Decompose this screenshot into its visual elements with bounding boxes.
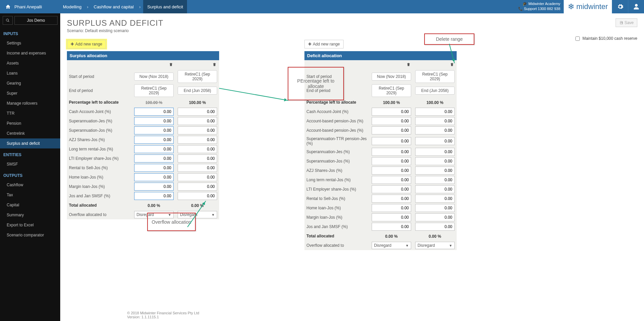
allocation-input[interactable] <box>134 145 174 153</box>
chevron-down-icon: ▼ <box>405 244 409 247</box>
sidebar-item[interactable]: Export to Excel <box>0 220 60 230</box>
allocation-input[interactable] <box>372 148 411 156</box>
allocation-input[interactable] <box>178 145 217 153</box>
allocation-input[interactable] <box>178 117 217 125</box>
allocation-input[interactable] <box>415 204 455 212</box>
sidebar-item[interactable]: Tax <box>0 190 60 200</box>
academy-link[interactable]: Midwinter Academy <box>528 2 560 6</box>
sidebar-item[interactable]: Manage rollovers <box>0 98 60 108</box>
profile-button[interactable] <box>628 0 644 13</box>
table-row: AZJ Shares-Jos (%) <box>304 166 457 175</box>
allocation-input[interactable] <box>415 157 455 165</box>
delete-column[interactable] <box>169 63 173 68</box>
sidebar-item[interactable]: Loans <box>0 68 60 78</box>
maintain-checkbox[interactable] <box>575 36 580 41</box>
allocation-input[interactable] <box>372 223 411 231</box>
allocation-input[interactable] <box>178 126 217 134</box>
allocation-input[interactable] <box>372 157 411 165</box>
period-start[interactable]: RetireC1 (Sep 2029) <box>415 70 455 83</box>
allocation-input[interactable] <box>415 126 455 134</box>
delete-column[interactable] <box>406 63 410 68</box>
allocation-input[interactable] <box>134 164 174 172</box>
topbar: Phani Anepalli Modelling › Cashflow and … <box>0 0 644 13</box>
allocation-input[interactable] <box>415 195 455 203</box>
crumb-modelling[interactable]: Modelling <box>60 4 84 9</box>
sidebar-item[interactable]: Income and expenses <box>0 48 60 58</box>
pct-left: 100.00 % <box>427 100 444 105</box>
sidebar-item[interactable]: Assets <box>0 58 60 68</box>
allocation-input[interactable] <box>134 108 174 116</box>
allocation-input[interactable] <box>134 154 174 163</box>
sidebar-item[interactable]: Settings <box>0 38 60 48</box>
allocation-input[interactable] <box>415 213 455 221</box>
allocation-input[interactable] <box>134 117 174 125</box>
period-end[interactable]: End (Jun 2058) <box>415 87 455 95</box>
allocation-input[interactable] <box>134 173 174 181</box>
overflow-select[interactable]: Disregard▼ <box>415 242 455 249</box>
crumb-surplus[interactable]: Surplus and deficit <box>143 0 187 13</box>
settings-button[interactable] <box>612 0 628 13</box>
allocation-input[interactable] <box>415 108 455 116</box>
allocation-input[interactable] <box>372 126 411 134</box>
allocation-input[interactable] <box>372 185 411 193</box>
allocation-input[interactable] <box>178 173 217 181</box>
allocation-input[interactable] <box>178 136 217 144</box>
maintain-reserve[interactable]: Maintain $10,000 cash reserve <box>575 36 637 41</box>
allocation-input[interactable] <box>372 204 411 212</box>
allocation-input[interactable] <box>415 148 455 156</box>
allocation-input[interactable] <box>372 167 411 175</box>
sidebar-item[interactable]: Centrelink <box>0 128 60 138</box>
allocation-input[interactable] <box>134 136 174 144</box>
period-start[interactable]: Now (Nov 2018) <box>372 73 411 81</box>
user-name: Phani Anepalli <box>14 4 42 9</box>
sidebar-item[interactable]: Super <box>0 88 60 98</box>
sidebar-item[interactable]: TTR <box>0 108 60 118</box>
period-end[interactable]: End (Jun 2058) <box>178 87 217 95</box>
period-end[interactable]: RetireC1 (Sep 2029) <box>372 84 411 97</box>
save-button[interactable]: Save <box>616 18 637 27</box>
delete-column[interactable] <box>212 63 216 68</box>
allocation-input[interactable] <box>178 183 217 191</box>
allocation-input[interactable] <box>134 126 174 134</box>
allocation-input[interactable] <box>134 183 174 191</box>
allocation-input[interactable] <box>415 167 455 175</box>
crumb-cashflow[interactable]: Cashflow and capital <box>91 4 136 9</box>
search-button[interactable] <box>3 16 13 25</box>
allocation-input[interactable] <box>372 108 411 116</box>
allocation-input[interactable] <box>372 137 411 145</box>
user-home[interactable]: Phani Anepalli <box>0 0 60 13</box>
allocation-input[interactable] <box>415 223 455 231</box>
sidebar-item[interactable]: Scenario comparator <box>0 230 60 240</box>
allocation-input[interactable] <box>134 192 174 200</box>
support-info: 🎓 Midwinter Academy 📞 Support 1300 882 9… <box>515 0 564 13</box>
allocation-input[interactable] <box>178 108 217 116</box>
sidebar-item[interactable]: Summary <box>0 210 60 220</box>
allocation-input[interactable] <box>372 213 411 221</box>
sidebar-item[interactable]: SMSF <box>0 159 60 169</box>
allocation-input[interactable] <box>372 117 411 125</box>
sidebar-section: INPUTS <box>0 27 60 38</box>
allocation-input[interactable] <box>415 185 455 193</box>
allocation-input[interactable] <box>372 195 411 203</box>
allocation-input[interactable] <box>415 117 455 125</box>
allocation-input[interactable] <box>372 176 411 184</box>
overflow-select[interactable]: Disregard▼ <box>372 242 411 249</box>
sidebar-item[interactable]: Pension <box>0 118 60 128</box>
add-range-surplus[interactable]: ✚ Add new range <box>67 40 106 48</box>
sidebar-item[interactable]: Gearing <box>0 78 60 88</box>
client-selector[interactable]: Jos Demo <box>14 16 58 25</box>
row-label: Jos and Jan SMSF (%) <box>67 192 132 200</box>
row-label: Start of period <box>67 73 132 80</box>
allocation-input[interactable] <box>415 137 455 145</box>
allocation-input[interactable] <box>178 192 217 200</box>
add-range-deficit[interactable]: ✚ Add new range <box>304 40 344 48</box>
period-start[interactable]: RetireC1 (Sep 2029) <box>178 70 217 83</box>
sidebar-item[interactable]: Capital <box>0 200 60 210</box>
period-start[interactable]: Now (Nov 2018) <box>134 73 174 81</box>
allocation-input[interactable] <box>415 176 455 184</box>
period-end[interactable]: RetireC1 (Sep 2029) <box>134 84 174 97</box>
sidebar-item[interactable]: Cashflow <box>0 180 60 190</box>
sidebar-item[interactable]: Surplus and deficit <box>0 138 60 148</box>
allocation-input[interactable] <box>178 164 217 172</box>
allocation-input[interactable] <box>178 154 217 163</box>
